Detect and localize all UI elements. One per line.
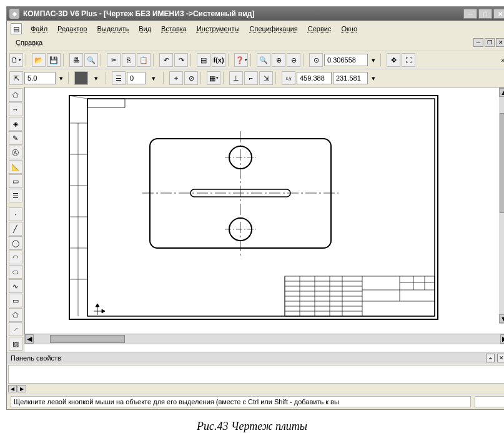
open-button[interactable]: 📂: [32, 53, 46, 67]
cut-button[interactable]: ✂: [107, 53, 121, 67]
scroll-up-icon[interactable]: ▲: [499, 88, 504, 97]
menu-file[interactable]: Файл: [26, 23, 52, 34]
workzone: ⬠ ↔ ◈ ✎ Ⓐ 📐 ▭ ☰ · ╱ ◯ ◠ ⬭ ∿ ▭ ⬠ ⟋ ▨: [7, 87, 504, 352]
svg-marker-42: [96, 304, 99, 307]
geometry-panel-button[interactable]: ⬠: [9, 88, 22, 102]
drawing-canvas[interactable]: ▲ ▼: [24, 87, 504, 334]
variables-button[interactable]: f(x): [212, 53, 225, 67]
scroll-down-icon[interactable]: ▼: [499, 314, 504, 323]
status-extra: [475, 396, 504, 407]
layer-value[interactable]: 0: [127, 72, 146, 84]
dropdown-icon[interactable]: ▾: [147, 74, 161, 82]
svg-rect-1: [87, 99, 435, 316]
style-button[interactable]: [74, 71, 88, 85]
polygon-tool[interactable]: ⬠: [9, 308, 22, 322]
zoom-value[interactable]: 0.306558: [324, 54, 368, 66]
scroll-thumb-v[interactable]: [500, 113, 504, 213]
line-tool[interactable]: ╱: [9, 222, 22, 236]
params-panel-button[interactable]: Ⓐ: [9, 146, 22, 159]
zoom-window-button[interactable]: 🔍: [257, 53, 270, 67]
snap-global-button[interactable]: ⌖: [169, 71, 183, 85]
menu-help[interactable]: Справка: [11, 37, 47, 48]
coord-x: 459.388: [297, 72, 332, 84]
dimensions-panel-button[interactable]: ↔: [9, 102, 22, 116]
symbols-panel-button[interactable]: ◈: [9, 117, 22, 131]
doc-minimize-button[interactable]: ─: [473, 38, 483, 47]
fit-button[interactable]: ⛶: [402, 53, 415, 67]
edit-panel-button[interactable]: ✎: [9, 131, 22, 145]
properties-body[interactable]: [8, 365, 504, 384]
properties-title: Панель свойств: [11, 354, 61, 362]
dropdown-icon[interactable]: ▾: [369, 74, 378, 82]
scroll-thumb-h[interactable]: [50, 335, 125, 343]
ortho-button[interactable]: ⊥: [229, 71, 243, 85]
maximize-button[interactable]: □: [478, 9, 492, 19]
menu-view[interactable]: Вид: [134, 23, 156, 34]
doc-close-button[interactable]: ✕: [496, 38, 504, 47]
redo-button[interactable]: ↷: [174, 53, 188, 67]
circle-tool[interactable]: ◯: [9, 236, 22, 250]
snap-toggle-button[interactable]: ⊘: [184, 71, 198, 85]
step-button[interactable]: ⇱: [9, 71, 23, 85]
properties-button[interactable]: ▤: [197, 53, 210, 67]
zoom-in-button[interactable]: ⊕: [272, 53, 285, 67]
scroll-left-icon[interactable]: ◀: [25, 334, 34, 344]
svg-rect-11: [87, 99, 125, 107]
minimize-button[interactable]: ─: [463, 9, 477, 19]
point-tool[interactable]: ·: [9, 207, 22, 221]
help-context-button[interactable]: ❓: [234, 53, 248, 67]
arc-tool[interactable]: ◠: [9, 251, 22, 264]
step-value[interactable]: 5.0: [24, 72, 56, 84]
toolbar-overflow-icon[interactable]: »: [498, 57, 504, 64]
figure-caption: Рис.43 Чертеж плиты: [6, 420, 498, 433]
menu-window[interactable]: Окно: [336, 23, 362, 34]
save-button[interactable]: 💾: [47, 53, 61, 67]
select-panel-button[interactable]: ▭: [9, 174, 22, 188]
tab-next-button[interactable]: ▶: [17, 385, 26, 392]
dropdown-icon[interactable]: ▾: [57, 74, 66, 82]
statusbar: Щелкните левой кнопкой мыши на объекте д…: [7, 394, 504, 409]
doc-restore-button[interactable]: ❐: [485, 38, 495, 47]
pin-button[interactable]: ⫨: [486, 354, 495, 362]
horizontal-scrollbar[interactable]: ◀ ▶: [24, 334, 504, 344]
new-button[interactable]: 🗋: [9, 53, 23, 67]
scroll-right-icon[interactable]: ▶: [500, 334, 504, 344]
menu-select[interactable]: Выделить: [92, 23, 134, 34]
properties-panel: Панель свойств ⫨ ✕ ◀ ▶: [7, 352, 504, 394]
svg-rect-0: [69, 96, 438, 319]
coord-mode-button[interactable]: x,y: [282, 71, 295, 85]
menu-spec[interactable]: Спецификация: [245, 23, 303, 34]
aux-line-tool[interactable]: ⟋: [9, 322, 22, 336]
menu-tools[interactable]: Инструменты: [192, 23, 245, 34]
paste-button[interactable]: 📋: [137, 53, 151, 67]
zoom-scale-button[interactable]: ⊙: [309, 53, 323, 67]
dropdown-icon[interactable]: ▾: [369, 56, 378, 64]
print-button[interactable]: 🖶: [69, 53, 83, 67]
undo-button[interactable]: ↶: [159, 53, 173, 67]
doc-icon: ▤: [11, 23, 22, 34]
preview-button[interactable]: 🔍: [84, 53, 98, 67]
grid-button[interactable]: ▦: [207, 71, 220, 85]
tab-prev-button[interactable]: ◀: [8, 385, 17, 392]
hatch-tool[interactable]: ▨: [9, 337, 22, 351]
menu-editor[interactable]: Редактор: [52, 23, 92, 34]
spline-tool[interactable]: ∿: [9, 279, 22, 293]
vertical-scrollbar[interactable]: ▲ ▼: [499, 87, 504, 324]
local-cs-button[interactable]: ⇲: [259, 71, 273, 85]
pan-button[interactable]: ✥: [387, 53, 400, 67]
menu-service[interactable]: Сервис: [303, 23, 337, 34]
menu-insert[interactable]: Вставка: [156, 23, 192, 34]
properties-close-button[interactable]: ✕: [497, 354, 504, 362]
layers-button[interactable]: ☰: [112, 71, 126, 85]
ellipse-tool[interactable]: ⬭: [9, 265, 22, 279]
toolbar-current-state: ⇱ 5.0 ▾ ▾ ☰ 0 ▾ ⌖ ⊘ ▦ ⊥ ⌐ ⇲ x,y 459.388 …: [7, 69, 504, 87]
rounded-button[interactable]: ⌐: [244, 71, 258, 85]
spec-panel-button[interactable]: ☰: [9, 189, 22, 202]
measure-panel-button[interactable]: 📐: [9, 160, 22, 174]
dropdown-icon[interactable]: ▾: [89, 74, 103, 82]
close-button[interactable]: ✕: [493, 9, 504, 19]
copy-button[interactable]: ⎘: [122, 53, 136, 67]
app-window: ◆ КОМПАС-3D V6 Plus - [Чертеж БЕЗ ИМЕНИ3…: [6, 6, 504, 410]
rect-tool[interactable]: ▭: [9, 294, 22, 307]
zoom-out-button[interactable]: ⊖: [287, 53, 300, 67]
